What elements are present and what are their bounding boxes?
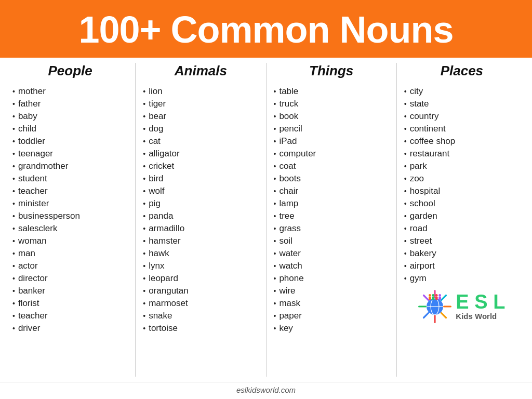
list-item: woman (10, 235, 130, 247)
column-places: Placescitystatecountrycontinentcoffee sh… (397, 63, 527, 377)
list-item: tiger (141, 98, 260, 110)
svg-point-14 (432, 294, 435, 297)
list-item: boots (272, 172, 391, 185)
noun-list-things: tabletruckbookpenciliPadcomputercoatboot… (272, 85, 391, 335)
list-item: student (10, 172, 130, 185)
list-item: iPad (272, 135, 391, 148)
list-item: city (402, 85, 522, 98)
list-item: phone (272, 272, 391, 285)
list-item: teacher (10, 185, 130, 197)
list-item: lamp (272, 197, 391, 210)
column-things: ThingstabletruckbookpenciliPadcomputerco… (267, 63, 397, 377)
list-item: pencil (272, 123, 391, 135)
column-animals: Animalsliontigerbeardogcatalligatorcrick… (136, 63, 266, 377)
list-item: panda (141, 210, 260, 222)
list-item: coffee shop (402, 135, 522, 148)
noun-list-places: citystatecountrycontinentcoffee shoprest… (402, 85, 522, 285)
list-item: country (402, 110, 522, 123)
svg-rect-15 (435, 297, 438, 300)
list-item: park (402, 160, 522, 172)
list-item: watch (272, 260, 391, 272)
list-item: driver (10, 322, 130, 335)
footer-url: eslkidsworld.com (236, 385, 296, 394)
list-item: soil (272, 235, 391, 247)
list-item: table (272, 85, 391, 98)
logo-kids: Kids World (456, 312, 497, 321)
column-header-things: Things (272, 63, 391, 81)
list-item: businessperson (10, 210, 130, 222)
list-item: wire (272, 285, 391, 297)
list-item: water (272, 247, 391, 260)
list-item: pig (141, 197, 260, 210)
list-item: continent (402, 123, 522, 135)
content-area: Peoplemotherfatherbabychildtoddlerteenag… (0, 58, 532, 399)
svg-line-1 (442, 313, 446, 318)
list-item: grass (272, 222, 391, 235)
column-header-animals: Animals (141, 63, 260, 81)
list-item: florist (10, 297, 130, 310)
list-item: tree (272, 210, 391, 222)
column-people: Peoplemotherfatherbabychildtoddlerteenag… (5, 63, 136, 377)
list-item: truck (272, 98, 391, 110)
footer: eslkidsworld.com (0, 382, 532, 399)
logo-text: E S LKids World (456, 292, 505, 321)
list-item: grandmother (10, 160, 130, 172)
list-item: zoo (402, 172, 522, 185)
list-item: bird (141, 172, 260, 185)
list-item: computer (272, 148, 391, 160)
list-item: actor (10, 260, 130, 272)
list-item: dog (141, 123, 260, 135)
list-item: orangutan (141, 285, 260, 297)
list-item: hospital (402, 185, 522, 197)
header: 100+ Common Nouns (0, 0, 532, 58)
list-item: wolf (141, 185, 260, 197)
main-card: 100+ Common Nouns Peoplemotherfatherbaby… (0, 0, 532, 399)
list-item: gym (402, 272, 522, 285)
list-item: child (10, 123, 130, 135)
list-item: key (272, 322, 391, 335)
svg-point-16 (435, 294, 438, 297)
list-item: snake (141, 310, 260, 322)
list-item: airport (402, 260, 522, 272)
svg-point-18 (439, 294, 442, 297)
svg-line-3 (424, 313, 429, 318)
list-item: state (402, 98, 522, 110)
svg-line-5 (424, 296, 429, 300)
list-item: cat (141, 135, 260, 148)
svg-point-12 (429, 294, 431, 297)
page-title: 100+ Common Nouns (16, 9, 516, 50)
list-item: teenager (10, 148, 130, 160)
list-item: mother (10, 85, 130, 98)
list-item: minister (10, 197, 130, 210)
column-header-places: Places (402, 63, 522, 81)
logo-sun-icon (418, 290, 451, 323)
list-item: restaurant (402, 148, 522, 160)
list-item: mask (272, 297, 391, 310)
list-item: toddler (10, 135, 130, 148)
list-item: school (402, 197, 522, 210)
list-item: chair (272, 185, 391, 197)
list-item: teacher (10, 310, 130, 322)
logo-esl: E S L (456, 292, 505, 312)
column-header-people: People (10, 63, 130, 81)
list-item: hamster (141, 235, 260, 247)
list-item: street (402, 235, 522, 247)
svg-line-7 (442, 296, 446, 300)
list-item: father (10, 98, 130, 110)
list-item: coat (272, 160, 391, 172)
list-item: book (272, 110, 391, 123)
list-item: baby (10, 110, 130, 123)
list-item: paper (272, 310, 391, 322)
list-item: man (10, 247, 130, 260)
list-item: bear (141, 110, 260, 123)
list-item: armadillo (141, 222, 260, 235)
svg-rect-11 (429, 297, 431, 300)
list-item: hawk (141, 247, 260, 260)
list-item: garden (402, 210, 522, 222)
logo-area: E S LKids World (402, 290, 522, 323)
svg-rect-17 (439, 297, 442, 300)
list-item: road (402, 222, 522, 235)
list-item: salesclerk (10, 222, 130, 235)
list-item: marmoset (141, 297, 260, 310)
list-item: leopard (141, 272, 260, 285)
